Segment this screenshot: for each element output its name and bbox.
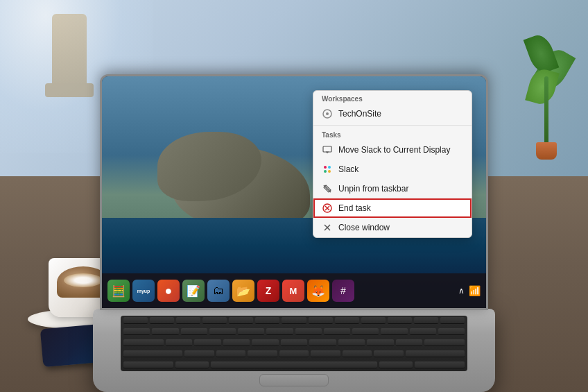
end-task-icon	[322, 203, 333, 214]
system-tray: ∧ 📶	[458, 285, 481, 296]
tasks-section-label: Tasks	[313, 127, 472, 140]
foam	[64, 273, 103, 287]
svg-point-7	[324, 170, 327, 173]
laptop-screen: Workspaces TechOnSite Tasks	[100, 74, 488, 310]
context-menu: Workspaces TechOnSite Tasks	[313, 90, 472, 238]
taskbar-icon-files[interactable]: 🗂	[207, 280, 230, 302]
taskbar: 🧮 myup ● 📝 🗂 📂 Z M 🦊 # ∧ 📶	[102, 273, 486, 308]
unpin-icon	[322, 183, 333, 194]
taskbar-icon-filezilla[interactable]: Z	[257, 280, 279, 302]
taskbar-icon-ubuntu[interactable]: ●	[157, 280, 180, 302]
plant	[526, 35, 567, 160]
taskbar-icon-firefox[interactable]: 🦊	[307, 280, 329, 302]
taskbar-icon-calculator[interactable]: 🧮	[107, 280, 130, 302]
menu-item-slack[interactable]: Slack	[313, 160, 472, 179]
keyboard-area	[121, 316, 467, 371]
menu-item-unpin[interactable]: Unpin from taskbar	[313, 179, 472, 198]
taskbar-icon-slack[interactable]: #	[332, 280, 354, 302]
divider-1	[313, 125, 472, 126]
chevron-up-icon[interactable]: ∧	[458, 286, 465, 296]
monitor-icon	[322, 144, 333, 155]
svg-rect-2	[323, 146, 331, 152]
unpin-label: Unpin from taskbar	[338, 184, 408, 194]
svg-point-6	[328, 166, 331, 169]
slack-app-icon	[322, 164, 333, 175]
slack-label: Slack	[338, 164, 358, 174]
chair	[42, 14, 97, 111]
menu-item-techonsite[interactable]: TechOnSite	[313, 104, 472, 123]
menu-item-move-slack[interactable]: Move Slack to Current Display	[313, 140, 472, 160]
screen-content: Workspaces TechOnSite Tasks	[102, 76, 486, 308]
workspace-icon	[322, 108, 333, 119]
svg-point-1	[326, 112, 329, 115]
background: Workspaces TechOnSite Tasks	[0, 0, 588, 392]
wifi-icon[interactable]: 📶	[469, 285, 481, 296]
menu-item-close-window[interactable]: Close window	[313, 218, 472, 237]
taskbar-icon-myup[interactable]: myup	[132, 280, 155, 302]
workspaces-section-label: Workspaces	[313, 91, 472, 104]
techonsite-label: TechOnSite	[338, 109, 381, 119]
taskbar-icon-gmail[interactable]: M	[282, 280, 304, 302]
laptop-base	[93, 309, 495, 392]
taskbar-icon-notepad[interactable]: 📝	[182, 280, 205, 302]
svg-point-8	[328, 170, 331, 173]
trackpad	[259, 374, 329, 386]
taskbar-icon-folder[interactable]: 📂	[232, 280, 254, 302]
end-task-label: End task	[338, 203, 371, 213]
svg-point-5	[324, 166, 327, 169]
menu-item-end-task[interactable]: End task	[313, 198, 472, 218]
move-slack-label: Move Slack to Current Display	[338, 145, 450, 155]
close-window-label: Close window	[338, 223, 390, 232]
close-x-icon	[322, 222, 333, 233]
